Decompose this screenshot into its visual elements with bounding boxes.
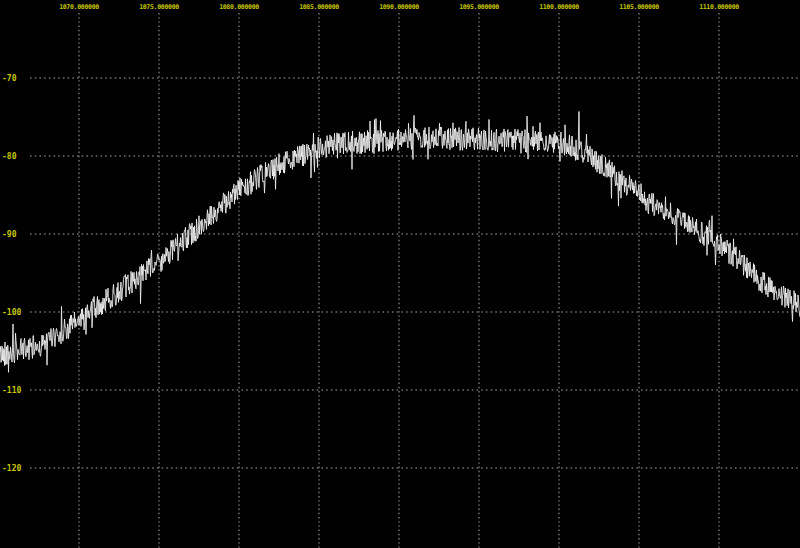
y-tick-label: -120 <box>2 464 21 473</box>
x-tick-label: 1080.000000 <box>219 3 259 11</box>
y-tick-label: -80 <box>2 152 17 161</box>
x-tick-label: 1090.000000 <box>379 3 419 11</box>
spectrum-trace <box>0 112 800 373</box>
x-tick-label: 1085.000000 <box>299 3 339 11</box>
x-tick-label: 1105.000000 <box>619 3 659 11</box>
spectrum-plot: 1070.0000001075.0000001080.0000001085.00… <box>0 0 800 548</box>
x-tick-label: 1100.000000 <box>539 3 579 11</box>
axis-labels: 1070.0000001075.0000001080.0000001085.00… <box>2 3 739 473</box>
grid <box>30 13 800 548</box>
y-tick-label: -90 <box>2 230 17 239</box>
y-tick-label: -110 <box>2 386 21 395</box>
x-tick-label: 1095.000000 <box>459 3 499 11</box>
y-tick-label: -100 <box>2 308 21 317</box>
x-tick-label: 1110.000000 <box>699 3 739 11</box>
x-tick-label: 1070.000000 <box>59 3 99 11</box>
spectrum-analyzer-display: 1070.0000001075.0000001080.0000001085.00… <box>0 0 800 548</box>
x-tick-label: 1075.000000 <box>139 3 179 11</box>
y-tick-label: -70 <box>2 74 17 83</box>
